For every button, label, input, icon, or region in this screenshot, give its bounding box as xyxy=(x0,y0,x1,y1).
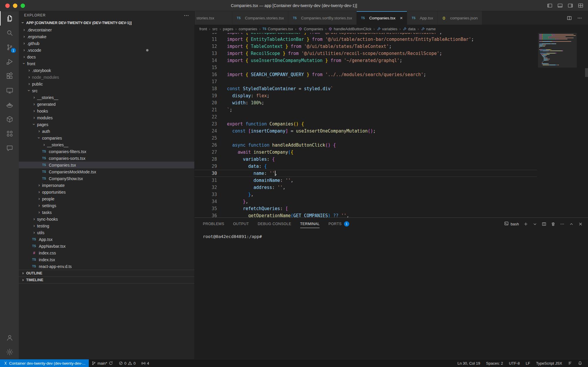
tree-item-index.tsx[interactable]: TSindex.tsx xyxy=(19,256,194,263)
tree-item-companies[interactable]: ›companies xyxy=(19,135,194,141)
breadcrumb-item[interactable]: pages xyxy=(223,27,233,31)
breadcrumb-item[interactable]: front xyxy=(199,27,207,31)
code-line-18[interactable]: 18const StyledTableContainer = styled.di… xyxy=(195,85,537,92)
minimap[interactable] xyxy=(538,33,577,217)
ellipsis-icon[interactable] xyxy=(560,222,564,226)
activity-item-source-control[interactable]: 1 xyxy=(0,40,19,54)
activity-item-accounts[interactable] xyxy=(0,330,19,345)
tree-item-node_modules[interactable]: ›node_modules xyxy=(19,74,194,81)
tree-item-App.tsx[interactable]: TSApp.tsx xyxy=(19,236,194,243)
tree-item-pages[interactable]: ›pages xyxy=(19,121,194,128)
layout-right-icon[interactable] xyxy=(568,3,573,8)
tab-stories.tsx[interactable]: stories.tsx xyxy=(195,11,232,25)
indentation[interactable]: Spaces: 2 xyxy=(483,359,506,367)
breadcrumb-item[interactable]: TSCompanies.tsx xyxy=(263,27,293,31)
code-line-12[interactable]: 12import { TableContext } from '@/ui/tab… xyxy=(195,43,537,50)
eol[interactable]: LF xyxy=(523,359,533,367)
tree-item-utils[interactable]: ›utils xyxy=(19,229,194,236)
tree-item-index.css[interactable]: #index.css xyxy=(19,249,194,256)
tree-item-auth[interactable]: ›auth xyxy=(19,128,194,135)
cursor-position[interactable]: Ln 30, Col 19 xyxy=(455,359,483,367)
code-line-17[interactable]: 17 xyxy=(195,78,537,85)
shell-selector[interactable]: bash xyxy=(504,221,519,227)
plus-icon[interactable] xyxy=(524,222,528,226)
code-line-19[interactable]: 19 display: flex; xyxy=(195,92,537,99)
code-line-33[interactable]: 33 }, xyxy=(195,191,537,198)
tree-item-docs[interactable]: ›docs xyxy=(19,53,194,60)
close-icon[interactable] xyxy=(578,222,583,226)
tree-item-generated[interactable]: ›generated xyxy=(19,101,194,108)
encoding[interactable]: UTF-8 xyxy=(506,359,523,367)
tree-item-companies-filters.tsx[interactable]: TScompanies-filters.tsx xyxy=(19,148,194,155)
activity-item-test-explorer[interactable] xyxy=(0,126,19,141)
activity-item-kubernetes[interactable] xyxy=(0,112,19,126)
tree-item-companies-sorts.tsx[interactable]: TScompanies-sorts.tsx xyxy=(19,155,194,162)
breadcrumb-item[interactable]: name xyxy=(421,27,436,31)
code-line-35[interactable]: 35 refetchQueries: [ xyxy=(195,205,537,212)
tab-Companies.sortBy.stories.tsx[interactable]: TSCompanies.sortBy.stories.tsx xyxy=(288,11,357,25)
close-icon[interactable]: × xyxy=(400,16,403,21)
tree-item-tasks[interactable]: ›tasks xyxy=(19,209,194,216)
panel-tab-ports[interactable]: PORTS1 xyxy=(328,218,349,230)
branch-status[interactable]: main* xyxy=(89,359,116,367)
code-line-27[interactable]: 27 await insertCompany({ xyxy=(195,149,537,156)
tab-App.tsx[interactable]: TSApp.tsx xyxy=(407,11,437,25)
code-line-24[interactable]: 24 const [insertCompany] = useInsertOneC… xyxy=(195,128,537,135)
tree-item-CompaniesMockMode.tsx[interactable]: TSCompaniesMockMode.tsx xyxy=(19,168,194,175)
tree-item-modules[interactable]: ›modules xyxy=(19,114,194,121)
tree-item-__stories__[interactable]: ›__stories__ xyxy=(19,141,194,148)
tab-Companies.tsx[interactable]: TSCompanies.tsx× xyxy=(357,11,407,25)
breadcrumb-item[interactable]: handleAddButtonClick xyxy=(328,27,371,31)
layout-left-icon[interactable] xyxy=(547,3,552,8)
code-line-20[interactable]: 20 width: 100%; xyxy=(195,99,537,106)
more-actions-icon[interactable] xyxy=(577,16,582,21)
activity-item-remote-explorer[interactable] xyxy=(0,83,19,98)
code-line-10[interactable]: 10import { WithTopBarContainer } from '@… xyxy=(195,33,537,36)
code-line-22[interactable]: 22 xyxy=(195,113,537,120)
activity-item-explorer[interactable] xyxy=(0,11,19,26)
notifications-bell[interactable] xyxy=(575,359,585,367)
activity-item-run-debug[interactable] xyxy=(0,54,19,69)
trash-icon[interactable] xyxy=(551,222,555,226)
code-editor[interactable]: 10import { WithTopBarContainer } from '@… xyxy=(195,33,588,217)
tree-item-.vscode[interactable]: ›.vscode xyxy=(19,47,194,53)
code-line-21[interactable]: 21`; xyxy=(195,106,537,113)
code-line-36[interactable]: 36 getOperationName(GET_COMPANIES) ?? ''… xyxy=(195,212,537,217)
tree-item-CompanyShow.tsx[interactable]: TSCompanyShow.tsx xyxy=(19,175,194,182)
code-line-23[interactable]: 23export function Companies() { xyxy=(195,120,537,128)
tree-item-hooks[interactable]: ›hooks xyxy=(19,108,194,114)
tree-item-testing[interactable]: ›testing xyxy=(19,222,194,229)
tree-item-.storybook[interactable]: ›.storybook xyxy=(19,67,194,74)
tree-item-public[interactable]: ›public xyxy=(19,81,194,87)
code-line-32[interactable]: 32 address: '', xyxy=(195,184,537,191)
code-line-28[interactable]: 28 variables: { xyxy=(195,156,537,163)
more-actions-icon[interactable]: ⋯ xyxy=(184,12,189,19)
prettier-status[interactable] xyxy=(565,359,575,367)
close-window-button[interactable] xyxy=(5,4,10,8)
split-editor-icon[interactable] xyxy=(567,16,572,21)
tree-item-sync-hooks[interactable]: ›sync-hooks xyxy=(19,216,194,222)
remote-indicator[interactable]: Container dev-twenty-dev (dev-twenty-dev… xyxy=(0,359,89,367)
timeline-section[interactable]: › TIMELINE xyxy=(19,276,194,283)
panel-tab-output[interactable]: OUTPUT xyxy=(233,218,249,230)
explorer-section-header[interactable]: › APP [CONTAINER DEV-TWENTY-DEV (DEV-TWE… xyxy=(19,19,194,26)
minimize-window-button[interactable] xyxy=(13,4,17,8)
code-line-31[interactable]: 31 domainName: '', xyxy=(195,177,537,184)
tree-item-.ergomake[interactable]: ›.ergomake xyxy=(19,33,194,40)
chevron-up-icon[interactable] xyxy=(569,222,574,226)
activity-item-settings[interactable] xyxy=(0,345,19,359)
split-icon[interactable] xyxy=(542,222,546,226)
breadcrumb-item[interactable]: data xyxy=(403,27,415,31)
panel-tab-debug-console[interactable]: DEBUG CONSOLE xyxy=(258,218,291,230)
tree-item-front[interactable]: ›front xyxy=(19,60,194,67)
code-line-11[interactable]: 11import { EntityTableActionBar } from '… xyxy=(195,36,537,43)
code-line-25[interactable]: 25 xyxy=(195,135,537,142)
terminal[interactable]: root@0a42ecd84891:/app# xyxy=(195,230,588,359)
tab-Companies.stories.tsx[interactable]: TSCompanies.stories.tsx xyxy=(232,11,288,25)
breadcrumb-item[interactable]: companies xyxy=(239,27,257,31)
code-line-30[interactable]: 30 name: '', xyxy=(195,170,537,177)
code-line-16[interactable]: 16import { SEARCH_COMPANY_QUERY } from '… xyxy=(195,71,537,78)
tree-item-AppNavbar.tsx[interactable]: TSAppNavbar.tsx xyxy=(19,243,194,249)
scrollbar[interactable] xyxy=(585,68,588,77)
outline-section[interactable]: › OUTLINE xyxy=(19,270,194,276)
